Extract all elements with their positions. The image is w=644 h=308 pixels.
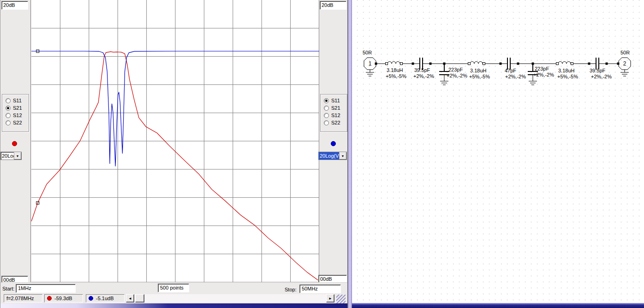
right-radio-s11[interactable]: S11 <box>321 97 347 104</box>
schematic-window-bottom-edge <box>352 303 644 308</box>
schematic-panel[interactable]: 50R 1 50R 2 3.18uH +5%,-5% 39.5pF +2%,-2… <box>352 0 644 308</box>
marker-readout-bar: f=2.078MHz -59.3dB -5.1udB ◄ ► <box>0 294 349 303</box>
radio-icon[interactable] <box>324 106 329 111</box>
sparameter-plot[interactable] <box>31 0 319 282</box>
capacitor1-tolerance[interactable]: +2%,-2% <box>413 73 434 79</box>
schematic-canvas[interactable] <box>352 0 644 101</box>
blue-marker-dot-icon <box>89 296 93 301</box>
port1-impedance-label[interactable]: 50R <box>363 50 372 55</box>
inductor2-value[interactable]: 3.18uH <box>470 68 486 73</box>
left-sparam-group: S11 S21 S12 S22 <box>2 94 29 132</box>
marker-scrollbar-thumb[interactable] <box>135 294 144 302</box>
window-resize-grip[interactable] <box>336 295 346 303</box>
left-radio-s11[interactable]: S11 <box>2 97 29 104</box>
right-radio-s12[interactable]: S12 <box>321 112 347 119</box>
marker-frequency-readout: f=2.078MHz <box>4 294 42 302</box>
radio-icon[interactable] <box>6 113 11 118</box>
capacitor2-value[interactable]: 47pF <box>505 68 516 73</box>
radio-icon[interactable] <box>324 113 329 118</box>
shunt-capacitor1-tolerance[interactable]: +2%,-2% <box>447 73 467 78</box>
radio-selected-icon[interactable] <box>6 106 11 111</box>
left-radio-s22[interactable]: S22 <box>2 119 29 126</box>
capacitor3-value[interactable]: 39.5pF <box>590 68 605 73</box>
capacitor3-tolerance[interactable]: +2%,-2% <box>591 74 612 79</box>
left-radio-s21[interactable]: S21 <box>2 104 29 112</box>
right-format-combobox[interactable]: 20Log(V ▼ <box>318 152 347 160</box>
stop-label: Stop: <box>285 287 297 292</box>
blue-marker-readout: -5.1udB <box>86 294 125 302</box>
radio-icon[interactable] <box>6 120 11 125</box>
radio-selected-icon[interactable] <box>324 98 329 103</box>
stop-frequency-input[interactable]: 50MHz <box>299 284 341 293</box>
shunt-capacitor1-value[interactable]: 223pF <box>448 67 463 72</box>
red-trace-color-dot <box>12 141 17 146</box>
blue-trace-color-dot <box>331 141 336 146</box>
left-format-combobox[interactable]: 20Log(V ▼ <box>0 152 22 160</box>
left-axis-strip: 20dB S11 S21 S12 S22 <box>0 0 31 282</box>
radio-icon[interactable] <box>6 98 11 103</box>
marker-scrollbar-track[interactable] <box>134 294 326 302</box>
inductor1-tolerance[interactable]: +5%,-5% <box>386 73 406 79</box>
graph-window: 20dB S11 S21 S12 S22 <box>0 0 348 308</box>
port1-number[interactable]: 1 <box>366 60 374 67</box>
rf-sim-app: 20dB S11 S21 S12 S22 <box>0 0 644 308</box>
shunt-capacitor2-tolerance[interactable]: +2%,-2% <box>533 72 554 77</box>
window-bottom-edge <box>0 303 349 308</box>
inductor1-value[interactable]: 3.18uH <box>387 67 403 73</box>
left-top-scale-field[interactable]: 20dB <box>1 1 28 10</box>
inductor3-value[interactable]: 3.18uH <box>558 68 574 73</box>
sweep-settings-bar: Start: 1MHz 500 points Stop: 50MHz <box>0 282 349 294</box>
port2-impedance-label[interactable]: 50R <box>620 50 630 55</box>
window-frame-divider <box>347 0 352 308</box>
capacitor2-tolerance[interactable]: +2%,-2% <box>505 74 526 79</box>
port2-number[interactable]: 2 <box>621 60 628 67</box>
shunt-capacitor2-value[interactable]: 223pF <box>535 66 549 71</box>
red-marker-dot-icon <box>47 296 52 301</box>
right-sparam-group: S11 S21 S12 S22 <box>320 94 347 132</box>
plot-canvas[interactable] <box>31 0 319 282</box>
marker-scroll-right-button[interactable]: ► <box>326 294 334 302</box>
marker-scroll-left-button[interactable]: ◄ <box>126 294 134 302</box>
inductor2-tolerance[interactable]: +5%,-5% <box>469 74 490 79</box>
right-axis-strip: 20dB S11 S21 S12 S22 <box>319 0 349 282</box>
right-radio-s21[interactable]: S21 <box>321 104 347 112</box>
red-marker-readout: -59.3dB <box>44 294 83 302</box>
chevron-down-icon[interactable]: ▼ <box>14 152 21 160</box>
radio-icon[interactable] <box>324 120 329 125</box>
start-label: Start: <box>2 286 14 291</box>
inductor3-tolerance[interactable]: +5%,-5% <box>557 74 578 79</box>
chevron-down-icon[interactable]: ▼ <box>339 152 346 160</box>
points-input[interactable]: 500 points <box>158 284 189 292</box>
left-radio-s12[interactable]: S12 <box>2 112 29 119</box>
capacitor1-value[interactable]: 39.5pF <box>414 67 430 73</box>
start-frequency-input[interactable]: 1MHz <box>16 284 76 293</box>
right-radio-s22[interactable]: S22 <box>321 119 347 126</box>
right-top-scale-field[interactable]: 20dB <box>320 1 346 10</box>
